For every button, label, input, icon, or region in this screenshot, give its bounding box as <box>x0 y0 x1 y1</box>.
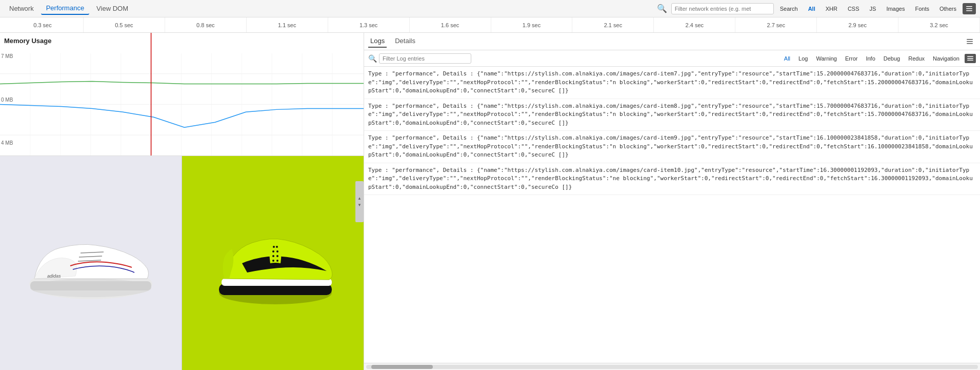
bottom-scrollbar[interactable] <box>364 363 980 370</box>
logs-header: Logs Details <box>364 33 980 50</box>
log-entry-4: Type : "performance", Details : {"name":… <box>364 163 980 196</box>
svg-text:adidas: adidas <box>47 274 61 279</box>
shoe-white-svg: adidas <box>14 212 168 315</box>
filter-images-button[interactable]: Images <box>882 4 909 13</box>
log-filter-log[interactable]: Log <box>795 54 811 63</box>
tick-4: 1.3 sec <box>328 17 410 32</box>
tab-performance[interactable]: Performance <box>41 2 89 15</box>
preview-item-2 <box>182 156 364 370</box>
tick-10: 2.9 sec <box>817 17 898 32</box>
svg-rect-41 <box>967 60 973 61</box>
filter-css-button[interactable]: CSS <box>844 4 864 13</box>
search-button[interactable]: Search <box>776 4 802 13</box>
log-filter-debug[interactable]: Debug <box>881 54 903 63</box>
log-entry-3: Type : "performance", Details : {"name":… <box>364 131 980 163</box>
log-entry-2: Type : "performance", Details : {"name":… <box>364 99 980 131</box>
svg-rect-40 <box>967 58 973 59</box>
logs-content[interactable]: Type : "performance", Details : {"name":… <box>364 67 980 363</box>
expand-icon[interactable] <box>964 35 976 48</box>
tab-network[interactable]: Network <box>4 3 39 14</box>
log-text-4: Type : "performance", Details : {"name":… <box>368 167 973 190</box>
logs-toolbar: 🔍 All Log Warning Error Info Debug Redux… <box>364 50 980 67</box>
expand-svg <box>966 38 973 45</box>
svg-point-34 <box>272 260 274 262</box>
svg-point-29 <box>276 246 278 248</box>
memory-chart-svg <box>0 33 364 155</box>
main-content: Memory Usage 7 MB 0 MB 4 MB <box>0 33 980 370</box>
network-filter-input[interactable] <box>671 3 774 14</box>
svg-rect-38 <box>967 43 973 44</box>
log-text-1: Type : "performance", Details : {"name":… <box>368 70 973 94</box>
log-filter-warning[interactable]: Warning <box>813 54 840 63</box>
search-icon: 🔍 <box>655 3 669 14</box>
log-text-3: Type : "performance", Details : {"name":… <box>368 134 973 158</box>
log-filter-info[interactable]: Info <box>863 54 878 63</box>
log-text-2: Type : "performance", Details : {"name":… <box>368 103 973 126</box>
tab-logs[interactable]: Logs <box>368 35 387 48</box>
preview-item-1: adidas <box>0 156 182 370</box>
settings-icon-btn[interactable] <box>963 3 976 14</box>
left-panel: Memory Usage 7 MB 0 MB 4 MB <box>0 33 364 370</box>
svg-rect-36 <box>967 39 973 40</box>
svg-rect-37 <box>967 41 973 42</box>
log-filter-all[interactable]: All <box>781 54 793 63</box>
timeline-ruler: 0.3 sec 0.5 sec 0.8 sec 1.1 sec 1.3 sec … <box>0 17 980 33</box>
tick-3: 1.1 sec <box>247 17 328 32</box>
log-filter-navigation[interactable]: Navigation <box>930 54 963 63</box>
tick-5: 1.6 sec <box>410 17 491 32</box>
svg-point-31 <box>276 250 278 252</box>
shoe-green-svg <box>196 212 350 315</box>
tick-11: 3.2 sec <box>898 17 980 32</box>
logs-settings-icon <box>967 55 973 62</box>
log-filter-error[interactable]: Error <box>842 54 861 63</box>
svg-point-30 <box>272 250 274 252</box>
scroll-up-arrow: ▲ <box>357 196 362 201</box>
tick-2: 0.8 sec <box>165 17 247 32</box>
svg-rect-0 <box>966 6 972 7</box>
svg-point-32 <box>272 255 274 257</box>
svg-point-33 <box>276 255 278 257</box>
image-preview: adidas <box>0 156 364 370</box>
log-entry-1: Type : "performance", Details : {"name":… <box>364 67 980 99</box>
tick-6: 1.9 sec <box>491 17 573 32</box>
settings-icon <box>966 5 973 12</box>
tick-7: 2.1 sec <box>572 17 654 32</box>
scroll-down-arrow: ▼ <box>357 203 362 207</box>
logs-search-icon: 🔍 <box>368 54 377 63</box>
filter-js-button[interactable]: JS <box>866 4 881 13</box>
svg-rect-2 <box>966 10 972 11</box>
svg-rect-39 <box>967 56 973 57</box>
svg-point-35 <box>276 260 278 262</box>
log-filter-redux[interactable]: Redux <box>905 54 928 63</box>
tab-view-dom[interactable]: View DOM <box>91 3 133 14</box>
tick-0: 0.3 sec <box>2 17 84 32</box>
panel-scroll-handle[interactable]: ▲ ▼ <box>355 181 364 222</box>
scrollbar-track[interactable] <box>366 365 978 369</box>
svg-point-28 <box>273 246 275 248</box>
svg-rect-1 <box>966 8 972 9</box>
memory-chart: Memory Usage 7 MB 0 MB 4 MB <box>0 33 364 156</box>
tick-1: 0.5 sec <box>84 17 165 32</box>
filter-fonts-button[interactable]: Fonts <box>911 4 933 13</box>
logs-settings-btn[interactable] <box>965 54 976 63</box>
tick-8: 2.4 sec <box>654 17 735 32</box>
filter-others-button[interactable]: Others <box>935 4 961 13</box>
right-panel: Logs Details 🔍 All Log Warning Error Inf… <box>364 33 980 370</box>
scrollbar-thumb[interactable] <box>371 365 433 369</box>
tick-9: 2.7 sec <box>735 17 817 32</box>
tab-details[interactable]: Details <box>393 35 417 48</box>
filter-all-button[interactable]: All <box>804 4 819 13</box>
logs-filter-input[interactable] <box>379 53 471 64</box>
svg-rect-20 <box>30 281 151 290</box>
filter-xhr-button[interactable]: XHR <box>822 4 842 13</box>
toolbar: Network Performance View DOM 🔍 Search Al… <box>0 0 980 17</box>
